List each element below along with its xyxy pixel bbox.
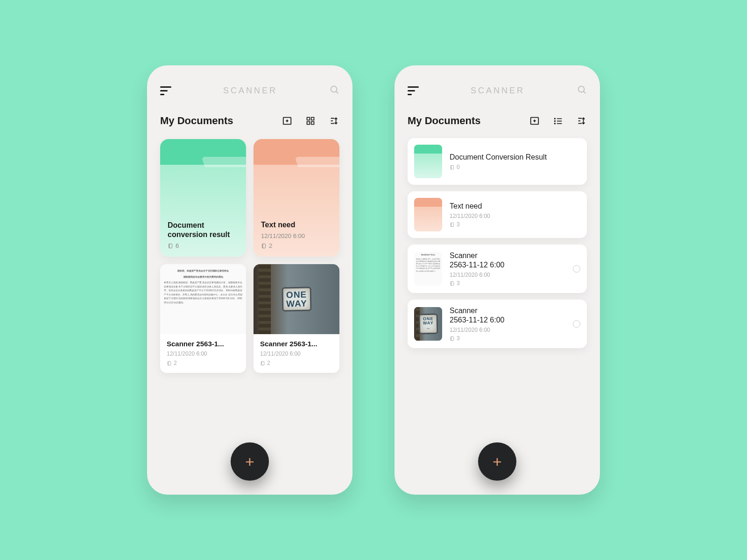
select-radio[interactable] [573, 320, 580, 328]
list-item[interactable]: Text need 12/11/2020 6:00 3 [408, 191, 587, 238]
svg-rect-5 [307, 118, 310, 120]
add-button[interactable]: + [231, 442, 269, 481]
sort-icon[interactable] [576, 115, 587, 126]
item-date: 12/11/2020 6:00 [450, 272, 565, 278]
svg-line-1 [336, 91, 338, 93]
item-title: Text need [450, 202, 580, 211]
grid-view-icon[interactable] [305, 115, 316, 126]
document-thumbnail: 国务院、民族资产委员会关于召开国际记者招待会 国际新闻发布会要求付相关费用的通知… [160, 264, 246, 334]
item-date: 12/11/2020 6:00 [450, 327, 565, 333]
search-icon[interactable] [577, 84, 587, 97]
list-item[interactable]: 国务院民族资产委员会 各有关人员根据国务院、民族资产委员会议定事项通知大家国新闻… [408, 245, 587, 293]
documents-grid: Document conversion result 6 Text need 1… [160, 139, 339, 373]
document-count: 2 [260, 360, 333, 366]
book-icon [261, 243, 267, 249]
item-title: Scanner 2563-11-12 6:00 [450, 251, 565, 270]
section-header: My Documents [160, 115, 339, 127]
section-header: My Documents [408, 115, 587, 127]
list-view-icon[interactable] [552, 115, 564, 126]
folder-title: Document conversion result [168, 221, 239, 239]
document-card[interactable]: ONEWAY Scanner 2563-1... 12/11/2020 6:00… [254, 264, 339, 373]
book-icon [450, 165, 455, 170]
phone-grid-view: SCANNER My Documents Document conversion… [147, 65, 352, 495]
item-count: 3 [450, 335, 565, 342]
document-title: Scanner 2563-1... [260, 340, 333, 348]
documents-list: Document Conversion Result 0 Text need 1… [408, 138, 587, 348]
svg-line-21 [584, 91, 585, 93]
folder-thumbnail [414, 145, 442, 178]
section-title: My Documents [160, 115, 233, 127]
app-title: SCANNER [223, 86, 277, 96]
svg-point-26 [554, 120, 555, 121]
svg-rect-7 [307, 122, 310, 125]
topbar: SCANNER [408, 82, 587, 99]
book-icon [450, 281, 455, 286]
document-thumbnail: ONEWAY [254, 264, 339, 334]
item-count: 0 [450, 164, 580, 170]
item-title: Scanner 2563-11-12 6:00 [450, 306, 565, 325]
folder-title: Text need [261, 220, 332, 230]
document-count: 2 [167, 360, 240, 366]
document-date: 12/11/2020 6:00 [167, 350, 240, 357]
book-icon [167, 361, 172, 366]
toolbar-actions [529, 115, 587, 126]
list-item[interactable]: ONEWAY→ Scanner 2563-11-12 6:00 12/11/20… [408, 300, 587, 348]
folder-count: 2 [261, 242, 332, 249]
folder-count: 6 [168, 242, 239, 249]
svg-point-20 [578, 86, 585, 92]
svg-point-0 [331, 86, 337, 92]
item-date: 12/11/2020 6:00 [450, 213, 580, 219]
document-title: Scanner 2563-1... [167, 340, 240, 348]
book-icon [450, 222, 455, 227]
book-icon [260, 361, 265, 366]
new-folder-icon[interactable] [529, 115, 540, 126]
new-folder-icon[interactable] [282, 115, 293, 126]
document-thumbnail: 国务院民族资产委员会 各有关人员根据国务院、民族资产委员会议定事项通知大家国新闻… [414, 252, 442, 286]
svg-point-25 [554, 118, 555, 119]
phone-list-view: SCANNER My Documents Document Conversion… [395, 65, 600, 495]
document-date: 12/11/2020 6:00 [260, 350, 333, 357]
document-thumbnail: ONEWAY→ [414, 307, 442, 341]
add-icon: + [493, 454, 502, 469]
item-count: 3 [450, 280, 565, 287]
folder-tab-icon [201, 157, 246, 167]
folder-tab-icon [295, 157, 339, 167]
item-title: Document Conversion Result [450, 153, 580, 162]
topbar: SCANNER [160, 82, 339, 99]
svg-point-27 [554, 123, 555, 124]
folder-thumbnail [414, 198, 442, 231]
item-count: 3 [450, 221, 580, 228]
add-button[interactable]: + [478, 442, 516, 481]
folder-date: 12/11/2020 6:00 [261, 232, 332, 239]
menu-icon[interactable] [160, 86, 171, 95]
folder-card[interactable]: Document conversion result 6 [160, 139, 246, 257]
add-icon: + [245, 454, 254, 469]
sort-icon[interactable] [328, 115, 339, 126]
folder-card[interactable]: Text need 12/11/2020 6:00 2 [254, 139, 339, 257]
select-radio[interactable] [573, 265, 580, 273]
app-title: SCANNER [471, 86, 525, 96]
svg-rect-8 [311, 122, 314, 125]
menu-icon[interactable] [408, 86, 419, 95]
list-item[interactable]: Document Conversion Result 0 [408, 138, 587, 185]
svg-rect-6 [311, 118, 314, 120]
document-card[interactable]: 国务院、民族资产委员会关于召开国际记者招待会 国际新闻发布会要求付相关费用的通知… [160, 264, 246, 373]
book-icon [168, 243, 173, 249]
section-title: My Documents [408, 115, 480, 127]
book-icon [450, 336, 455, 341]
toolbar-actions [282, 115, 339, 126]
search-icon[interactable] [329, 84, 339, 97]
